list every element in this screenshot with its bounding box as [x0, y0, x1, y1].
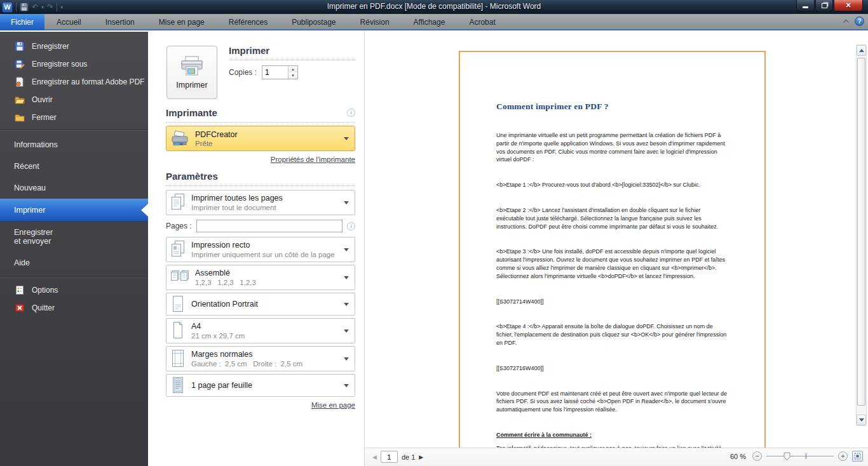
fit-page-icon — [854, 453, 861, 460]
word-application-window: W ↶▾ ↷ ▾ Imprimer en PDF.docx [Mode de c… — [0, 0, 868, 466]
chevron-down-icon — [344, 276, 349, 279]
print-button[interactable]: Imprimer — [166, 46, 217, 99]
one-sided-icon — [170, 240, 186, 259]
orientation-portrait-icon — [170, 295, 186, 313]
page-navigator: ◀ de 1 ▶ — [372, 451, 423, 463]
tab-acrobat[interactable]: Acrobat — [457, 14, 507, 30]
zoom-slider[interactable] — [766, 451, 834, 461]
print-settings-panel: Imprimer Imprimer Copies : ▲ ▼ Imprimant… — [148, 32, 365, 466]
close-button[interactable]: ✕ — [834, 0, 863, 11]
collation-dropdown[interactable]: Assemblé 1,2,3 1,2,3 1,2,3 — [166, 265, 355, 290]
options-icon — [15, 285, 25, 295]
pages-info-icon[interactable]: i — [347, 222, 355, 230]
sidebar-item-label: Quitter — [32, 303, 55, 312]
printer-info-icon[interactable]: i — [347, 109, 355, 117]
sidebar-item-enregistrer-adobe-pdf[interactable]: Enregistrer au format Adobe PDF — [0, 73, 148, 91]
dropdown-title: Assemblé — [195, 269, 256, 278]
duplex-dropdown[interactable]: Impression recto Imprimer uniquement sur… — [166, 237, 355, 262]
pages-per-sheet-dropdown[interactable]: 1 page par feuille — [166, 374, 355, 397]
zoom-percent-label: 60 % — [730, 453, 746, 460]
sidebar-item-recent[interactable]: Récent — [0, 156, 148, 177]
print-all-pages-icon — [170, 193, 186, 212]
scroll-up-button[interactable] — [857, 45, 866, 56]
tab-affichage[interactable]: Affichage — [402, 14, 458, 30]
tab-revision[interactable]: Révision — [348, 14, 402, 30]
settings-section-heading: Paramètres — [166, 171, 218, 182]
dropdown-title: Imprimer toutes les pages — [191, 194, 283, 203]
minimize-button[interactable] — [796, 0, 815, 11]
sidebar-item-enregistrer[interactable]: Enregistrer — [0, 37, 148, 55]
tab-fichier[interactable]: Fichier — [0, 14, 44, 30]
zoom-in-button[interactable]: + — [838, 451, 848, 461]
sidebar-item-informations[interactable]: Informations — [0, 134, 148, 156]
divider — [229, 60, 355, 60]
document-paragraph: <b>Etape 3 :</b> Une fois installé, doPD… — [496, 248, 728, 280]
sidebar-divider — [1, 130, 147, 131]
sidebar-item-ouvrir[interactable]: Ouvrir — [0, 91, 148, 109]
previous-page-icon[interactable]: ◀ — [372, 454, 377, 460]
tab-references[interactable]: Références — [217, 14, 280, 30]
printer-select-dropdown[interactable]: PDFCreator Prête — [166, 126, 355, 151]
zoom-slider-center-tick — [806, 453, 806, 459]
dropdown-subtitle: 1,2,3 1,2,3 1,2,3 — [195, 278, 256, 287]
orientation-dropdown[interactable]: Orientation Portrait — [166, 293, 355, 316]
scrollbar-thumb[interactable] — [857, 58, 865, 406]
copies-increment-icon[interactable]: ▲ — [288, 66, 297, 72]
sidebar-item-label: Options — [32, 286, 58, 295]
open-folder-icon — [15, 95, 25, 105]
current-page-input[interactable] — [381, 451, 398, 463]
chevron-down-icon — [344, 330, 349, 333]
sidebar-divider — [1, 277, 147, 278]
tab-insertion[interactable]: Insertion — [93, 14, 147, 30]
sidebar-item-enregistrer-sous[interactable]: Enregistrer sous — [0, 55, 148, 73]
paper-size-icon — [170, 321, 186, 340]
next-page-icon[interactable]: ▶ — [419, 454, 423, 460]
copies-input[interactable] — [262, 66, 288, 79]
help-icon[interactable]: ? — [855, 17, 864, 26]
document-page-preview: Comment imprimer en PDF ? Une imprimante… — [459, 51, 766, 448]
arrow-up-icon — [859, 49, 864, 52]
sidebar-item-aide[interactable]: Aide — [0, 252, 148, 274]
backstage-sidebar: Enregistrer Enregistrer sous Enregistrer… — [0, 32, 148, 466]
preview-scrollbar[interactable] — [856, 44, 867, 426]
dropdown-title: Orientation Portrait — [191, 300, 258, 309]
page-setup-link[interactable]: Mise en page — [311, 401, 355, 409]
copies-stepper[interactable]: ▲ ▼ — [262, 65, 298, 79]
save-icon — [15, 41, 25, 51]
dropdown-subtitle: 21 cm x 29,7 cm — [191, 331, 245, 340]
document-paragraph: <b>Etape 2 :</b> Lancez l'assistant d'in… — [496, 206, 728, 230]
printer-device-icon — [171, 130, 190, 147]
dropdown-title: Impression recto — [191, 241, 335, 250]
sidebar-item-imprimer[interactable]: Imprimer — [0, 199, 148, 222]
fit-page-button[interactable] — [852, 451, 863, 462]
chevron-down-icon — [344, 303, 349, 306]
dropdown-subtitle: Gauche : 2,5 cm Droite : 2,5 cm — [191, 359, 302, 368]
paper-size-dropdown[interactable]: A4 21 cm x 29,7 cm — [166, 318, 355, 343]
document-paragraph: Votre document PDF est maintenant créé e… — [496, 390, 728, 414]
pages-range-input[interactable] — [196, 220, 342, 232]
print-range-dropdown[interactable]: Imprimer toutes les pages Imprimer tout … — [166, 190, 355, 215]
minimize-ribbon-icon[interactable] — [843, 19, 850, 23]
restore-button[interactable] — [815, 0, 833, 11]
sidebar-item-enregistrer-et-envoyer[interactable]: Enregistrer et envoyer — [0, 222, 148, 252]
tab-mise-en-page[interactable]: Mise en page — [147, 14, 217, 30]
document-paragraph: <b>Etape 1 :</b> Procurez-vous tout d'ab… — [496, 181, 728, 189]
divider — [166, 122, 355, 123]
close-icon: ✕ — [845, 1, 851, 10]
scroll-down-button[interactable] — [857, 415, 866, 425]
margins-icon — [170, 349, 186, 368]
tab-accueil[interactable]: Accueil — [44, 14, 93, 30]
margins-dropdown[interactable]: Marges normales Gauche : 2,5 cm Droite :… — [166, 346, 355, 371]
sidebar-item-quitter[interactable]: Quitter — [0, 299, 148, 317]
tab-publipostage[interactable]: Publipostage — [280, 14, 348, 30]
save-as-icon — [15, 59, 25, 69]
sidebar-item-fermer[interactable]: Fermer — [0, 109, 148, 126]
sidebar-item-nouveau[interactable]: Nouveau — [0, 177, 148, 199]
zoom-out-button[interactable]: − — [752, 451, 762, 461]
sidebar-item-options[interactable]: Options — [0, 281, 148, 299]
zoom-slider-thumb[interactable] — [783, 452, 790, 461]
copies-decrement-icon[interactable]: ▼ — [288, 72, 297, 79]
adobe-pdf-icon — [15, 77, 25, 87]
document-title: Comment imprimer en PDF ? — [496, 102, 728, 112]
printer-properties-link[interactable]: Propriétés de l'imprimante — [271, 156, 355, 163]
